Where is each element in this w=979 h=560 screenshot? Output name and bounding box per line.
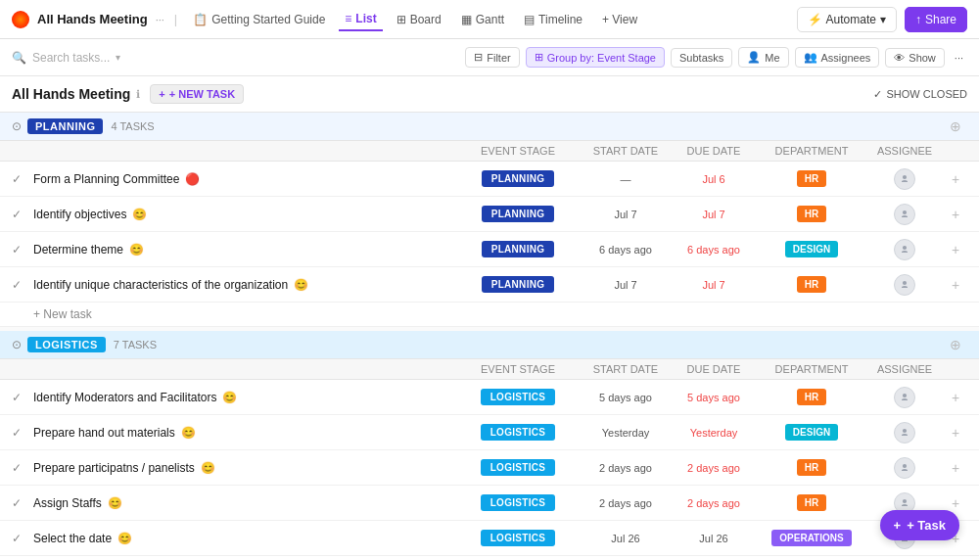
add-field[interactable]: + <box>944 171 967 187</box>
task-check[interactable]: ✓ <box>12 172 25 186</box>
task-stage: LOGISTICS <box>454 530 582 546</box>
task-check[interactable]: ✓ <box>12 243 25 257</box>
logistics-group-header: ⊙ LOGISTICS 7 TASKS ⊕ <box>0 331 979 359</box>
tab-gantt[interactable]: ▦ Gantt <box>455 9 510 30</box>
group-by-button[interactable]: ⊞ Group by: Event Stage <box>526 47 665 68</box>
assignees-button[interactable]: 👥 Assignees <box>795 47 880 68</box>
task-start: Jul 7 <box>582 279 670 291</box>
logistics-count: 7 TASKS <box>114 339 157 350</box>
filter-icon: ⊟ <box>474 51 483 64</box>
task-dept: HR <box>758 494 865 511</box>
search-chevron-icon[interactable]: ▾ <box>116 52 120 63</box>
col-department: DEPARTMENT <box>758 363 865 375</box>
search-placeholder[interactable]: Search tasks... <box>32 51 110 65</box>
tab-add-view[interactable]: + View <box>596 9 643 30</box>
avatar[interactable] <box>894 204 915 225</box>
filter-button[interactable]: ⊟ Filter <box>465 47 519 68</box>
info-icon[interactable]: ℹ <box>136 88 140 101</box>
avatar[interactable] <box>894 168 915 190</box>
task-due: Jul 7 <box>670 279 758 291</box>
task-start: Jul 26 <box>582 533 670 544</box>
assignees-icon: 👥 <box>804 51 817 64</box>
task-assignee[interactable] <box>865 457 944 479</box>
col-event-stage: EVENT STAGE <box>454 145 582 157</box>
logistics-toggle[interactable]: ⊙ <box>12 338 22 351</box>
task-start: — <box>582 173 670 185</box>
share-button[interactable]: ↑ Share <box>905 7 967 32</box>
more-options-button[interactable]: ··· <box>951 49 967 67</box>
task-due: Jul 7 <box>670 209 758 220</box>
table-row: ✓ Select the date 😊 LOGISTICS Jul 26 Jul… <box>0 521 979 556</box>
planning-new-task-button[interactable]: + New task <box>33 307 92 321</box>
task-due: Jul 26 <box>670 533 758 544</box>
task-check[interactable]: ✓ <box>12 461 25 475</box>
task-start: Yesterday <box>582 427 670 439</box>
me-button[interactable]: 👤 Me <box>738 47 788 68</box>
task-check[interactable]: ✓ <box>12 278 25 292</box>
task-assignee[interactable] <box>865 422 944 443</box>
task-dept: OPERATIONS <box>758 530 865 546</box>
task-check[interactable]: ✓ <box>12 391 25 404</box>
me-icon: 👤 <box>747 51 761 64</box>
task-name: Identify unique characteristics of the o… <box>33 278 454 292</box>
tab-board[interactable]: ⊞ Board <box>391 9 447 30</box>
tab-timeline[interactable]: ▤ Timeline <box>518 9 588 30</box>
new-task-top-button[interactable]: + + NEW TASK <box>150 84 244 104</box>
planning-toggle[interactable]: ⊙ <box>12 119 22 133</box>
main-content: All Hands Meeting ℹ + + NEW TASK ✓ SHOW … <box>0 76 979 560</box>
col-due-date: DUE DATE <box>670 363 758 375</box>
table-row: ✓ Identify unique characteristics of the… <box>0 267 979 303</box>
task-dept: DESIGN <box>758 424 865 441</box>
task-name: Form a Planning Committee 🔴 <box>33 172 454 186</box>
avatar[interactable] <box>894 239 915 260</box>
avatar[interactable] <box>894 387 915 408</box>
add-field[interactable]: + <box>944 207 967 222</box>
task-start: 2 days ago <box>582 462 670 474</box>
all-hands-header: All Hands Meeting ℹ + + NEW TASK ✓ SHOW … <box>0 76 979 113</box>
automate-button[interactable]: ⚡ Automate ▾ <box>797 7 897 32</box>
task-stage: PLANNING <box>454 170 582 187</box>
group-logistics: ⊙ LOGISTICS 7 TASKS ⊕ EVENT STAGE START … <box>0 331 979 560</box>
col-start-date: START DATE <box>582 363 670 375</box>
avatar[interactable] <box>894 422 915 443</box>
tab-list[interactable]: ≡ List <box>339 8 382 31</box>
task-name: Determine theme 😊 <box>33 243 454 257</box>
show-closed-button[interactable]: ✓ SHOW CLOSED <box>873 88 967 101</box>
group-icon: ⊞ <box>535 51 543 64</box>
planning-add-column[interactable]: ⊕ <box>944 118 967 134</box>
task-assignee[interactable] <box>865 204 944 225</box>
plus-icon: + <box>159 88 164 100</box>
top-nav: All Hands Meeting ··· | 📋 Getting Starte… <box>0 0 979 39</box>
task-assignee[interactable] <box>865 387 944 408</box>
task-check[interactable]: ✓ <box>12 532 25 545</box>
planning-group-header: ⊙ PLANNING 4 TASKS ⊕ <box>0 113 979 141</box>
task-start: 2 days ago <box>582 497 670 509</box>
task-stage: LOGISTICS <box>454 389 582 405</box>
subtasks-button[interactable]: Subtasks <box>671 48 732 68</box>
table-row: ✓ Determine theme 😊 PLANNING 6 days ago … <box>0 232 979 267</box>
avatar[interactable] <box>894 457 915 479</box>
task-check[interactable]: ✓ <box>12 208 25 221</box>
app-logo <box>12 11 29 28</box>
task-dept: HR <box>758 170 865 187</box>
task-name: Prepare participatns / panelists 😊 <box>33 461 454 475</box>
task-name: Identify Moderators and Facilitators 😊 <box>33 391 454 404</box>
nav-title: All Hands Meeting <box>37 12 148 26</box>
add-field[interactable]: + <box>944 242 967 257</box>
avatar[interactable] <box>894 274 915 296</box>
show-button[interactable]: 👁 Show <box>885 48 945 68</box>
task-start: Jul 7 <box>582 209 670 220</box>
tab-getting-started[interactable]: 📋 Getting Started Guide <box>187 9 331 30</box>
task-assignee[interactable] <box>865 168 944 190</box>
logistics-add-column[interactable]: ⊕ <box>944 337 967 352</box>
add-task-fab[interactable]: + + Task <box>880 510 959 540</box>
task-check[interactable]: ✓ <box>12 496 25 510</box>
nav-options-dots[interactable]: ··· <box>156 14 164 25</box>
group-planning: ⊙ PLANNING 4 TASKS ⊕ EVENT STAGE START D… <box>0 113 979 327</box>
add-field[interactable]: + <box>944 277 967 293</box>
task-assignee[interactable] <box>865 274 944 296</box>
task-check[interactable]: ✓ <box>12 426 25 440</box>
task-due: 5 days ago <box>670 392 758 403</box>
search-icon: 🔍 <box>12 51 26 65</box>
task-assignee[interactable] <box>865 239 944 260</box>
